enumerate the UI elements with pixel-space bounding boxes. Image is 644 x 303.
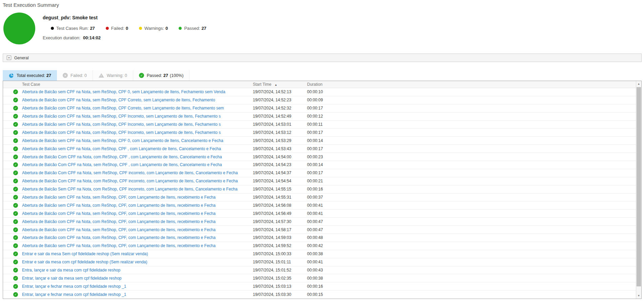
test-case-link[interactable]: Entrar e sair da mesa com cpf fidelidade…	[20, 260, 253, 264]
table-row: ✓ Entrar e sair da mesa Sem cpf fidelida…	[3, 250, 641, 258]
test-case-link[interactable]: Abertura de Balcão com CPF na Nota, sem …	[20, 98, 253, 102]
scroll-up-icon[interactable]: ▲	[636, 81, 641, 87]
test-case-link[interactable]: Abertura de Balcão sem CPF na Nota, sem …	[20, 138, 253, 143]
passed-check-icon: ✓	[13, 251, 18, 256]
test-case-link[interactable]: Abertura de Balcão com CPF na Nota, com …	[20, 219, 253, 224]
test-case-link[interactable]: Abertura de Balcão com CPF na Nota, sem …	[20, 227, 253, 232]
test-case-link[interactable]: Abertura de Balcão com CPF na Nota, com …	[20, 106, 253, 110]
tab-warning[interactable]: Warning: 0	[93, 70, 133, 81]
start-time-cell: 19/07/2024, 14:52:13	[253, 89, 307, 94]
table-row: ✓ Abertura de Balcão com CPF na Nota, se…	[3, 226, 641, 234]
test-case-link[interactable]: Abertura de Balcão com CPF na Nota, com …	[20, 130, 253, 135]
duration-cell: 00:00:16	[307, 284, 641, 289]
vertical-scrollbar[interactable]: ▲ ▼	[636, 81, 641, 299]
passed-check-icon: ✓	[13, 227, 18, 232]
duration-cell: 00:00:47	[307, 227, 641, 232]
scroll-down-icon[interactable]: ▼	[636, 293, 641, 299]
passed-check-icon: ✓	[13, 114, 18, 119]
table-row: ✓ Abertura de Balcão com CPF na Nota, se…	[3, 209, 641, 218]
table-row: ✓ Abertura de Balcão Com CPF na Nota, co…	[3, 177, 641, 185]
duration-cell: 00:00:47	[307, 219, 641, 224]
start-time-cell: 19/07/2024, 14:53:12	[253, 130, 307, 135]
table-row: ✓ Abertura de Balcão com CPF na Nota, co…	[3, 218, 641, 226]
start-time-cell: 19/07/2024, 14:54:00	[253, 155, 307, 159]
passed-check-icon: ✓	[13, 162, 18, 167]
sort-ascending-icon: ▲	[275, 83, 277, 86]
test-case-link[interactable]: Abertura de Balcão sem CPF na Nota, sem …	[20, 195, 253, 200]
duration-cell: 00:00:09	[307, 98, 641, 102]
start-time-cell: 19/07/2024, 14:54:37	[253, 170, 307, 175]
passed-check-icon: ✓	[13, 187, 18, 191]
passed-check-icon: ✓	[13, 138, 18, 143]
duration-cell: 00:00:37	[307, 195, 641, 200]
column-header-test-case[interactable]: Test Case	[20, 82, 253, 87]
column-header-duration[interactable]: Duration	[307, 82, 641, 87]
table-row: ✓ Abertura de Balcão sem CPF na Nota, se…	[3, 137, 641, 145]
duration-cell: 00:00:17	[307, 130, 641, 135]
start-time-cell: 19/07/2024, 14:52:49	[253, 114, 307, 119]
page-title: Test Execution Summary	[3, 2, 644, 8]
passed-check-icon: ✓	[13, 130, 18, 135]
test-case-link[interactable]: Abertura de Balcão Com CPF na Nota, sem …	[20, 170, 253, 175]
test-case-link[interactable]: Entrar, lançar e fechar mesa com cpf fid…	[20, 292, 253, 297]
scrollbar-thumb[interactable]	[637, 87, 641, 286]
tab-passed[interactable]: ✓ Passed: 27 (100%)	[133, 70, 189, 81]
stats-row: Test Cases Run: 27 Failed: 0 Warnings: 0…	[51, 26, 217, 31]
passed-check-icon: ✓	[13, 292, 18, 297]
start-time-cell: 19/07/2024, 15:01:52	[253, 268, 307, 272]
duration-cell: 00:00:17	[307, 146, 641, 151]
passed-check-icon: ✓	[13, 98, 18, 102]
test-case-link[interactable]: Abertura de Balcão sem CPF na Nota, com …	[20, 146, 253, 151]
test-case-link[interactable]: Abertura de Balcão Sem CPF na Nota, com …	[20, 187, 253, 191]
passed-check-icon: ✓	[13, 203, 18, 208]
start-time-cell: 19/07/2024, 14:53:29	[253, 138, 307, 143]
duration-cell: 00:00:43	[307, 268, 641, 272]
expand-plus-icon[interactable]: +	[7, 56, 11, 60]
test-case-link[interactable]: Abertura de Balcão sem CPF na Nota, com …	[20, 122, 253, 127]
passed-check-icon: ✓	[13, 195, 18, 200]
general-section-header[interactable]: + General	[3, 54, 642, 62]
test-case-link[interactable]: Entrar e sair da mesa Sem cpf fidelidade…	[20, 251, 253, 256]
table-row: ✓ Abertura de Balcão sem CPF na Nota, co…	[3, 121, 641, 129]
table-row: ✓ Abertura de Balcão com CPF na Nota, co…	[3, 104, 641, 113]
test-case-link[interactable]: Abertura de Balcão sem CPF na Nota, sem …	[20, 89, 253, 94]
test-case-link[interactable]: Abertura de Balcão sem CPF na Nota, com …	[20, 203, 253, 208]
passed-check-icon: ✓	[13, 276, 18, 281]
table-row: ✓ Abertura de Balcão sem CPF na Nota, co…	[3, 242, 641, 250]
start-time-cell: 19/07/2024, 14:59:03	[253, 235, 307, 240]
table-row: ✓ Abertura de Balcão sem CPF na Nota, co…	[3, 201, 641, 209]
start-time-cell: 19/07/2024, 14:53:43	[253, 146, 307, 151]
tab-failed[interactable]: ✕ Failed: 0	[57, 70, 93, 81]
test-case-link[interactable]: Abertura de Balcão com CPF na Nota, sem …	[20, 211, 253, 216]
duration-cell: 00:00:41	[307, 260, 641, 264]
table-row: ✓ Abertura de Balcão com CPF na Nota, se…	[3, 96, 641, 104]
stat-warnings: Warnings: 0	[139, 26, 168, 31]
red-dot-icon	[106, 27, 109, 30]
start-time-cell: 19/07/2024, 14:54:54	[253, 179, 307, 183]
test-case-link[interactable]: Entrar, lançar e fechar mesa com cpf fid…	[20, 284, 253, 289]
passed-check-icon: ✓	[13, 260, 18, 264]
test-case-link[interactable]: Abertura de Balcão com CPF na Nota, com …	[20, 235, 253, 240]
start-time-cell: 19/07/2024, 14:58:17	[253, 227, 307, 232]
duration-cell: 00:00:41	[307, 203, 641, 208]
passed-check-icon: ✓	[13, 211, 18, 216]
test-case-link[interactable]: Entra, lançar e sair da mesa com cpf fid…	[20, 268, 253, 272]
result-filter-tabs: Total executed: 27 ✕ Failed: 0 Warning: …	[3, 70, 642, 81]
passed-check-icon: ✓	[13, 235, 18, 240]
test-case-link[interactable]: Abertura de Balcão Com CPF na Nota, com …	[20, 179, 253, 183]
test-case-link[interactable]: Entrar, lançar e sair da mesa sem cpf fi…	[20, 276, 253, 281]
column-header-start-time[interactable]: Start Time ▲	[253, 82, 307, 87]
test-case-link[interactable]: Abertura de Balcão Com CPF na Nota, sem …	[20, 162, 253, 167]
green-dot-icon	[179, 27, 182, 30]
duration-cell: 00:00:48	[307, 235, 641, 240]
test-case-link[interactable]: Abertura de Balcão Com CPF na Nota, com …	[20, 155, 253, 159]
failed-cross-icon: ✕	[63, 73, 68, 78]
passed-check-icon: ✓	[13, 268, 18, 272]
duration-cell: 00:00:17	[307, 106, 641, 110]
duration-cell: 00:00:10	[307, 89, 641, 94]
test-case-link[interactable]: Abertura de Balcão sem CPF na Nota, com …	[20, 243, 253, 248]
test-case-link[interactable]: Abertura de Balcão com CPF na Nota, sem …	[20, 114, 253, 119]
table-row: ✓ Abertura de Balcão Com CPF na Nota, se…	[3, 161, 641, 169]
tab-total-executed[interactable]: Total executed: 27	[3, 70, 57, 81]
start-time-cell: 19/07/2024, 15:03:13	[253, 284, 307, 289]
